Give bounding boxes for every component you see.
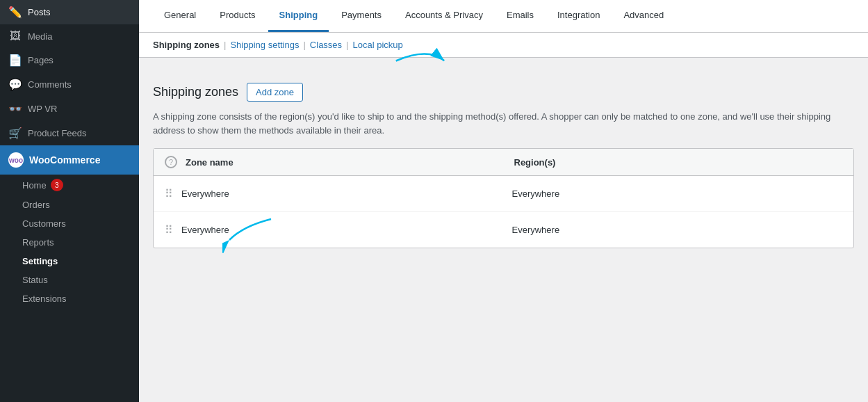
col-zone-header: Zone name	[186, 157, 514, 168]
table-row[interactable]: ⠿ Everywhere Everywhere	[154, 176, 853, 212]
sidebar-item-settings[interactable]: Settings	[0, 252, 139, 271]
content-area: Shipping zones Add zone A shipping zone …	[139, 69, 868, 262]
sidebar: ✏️ Posts 🖼 Media 📄 Pages 💬 Comments 👓 WP…	[0, 0, 139, 402]
tabs-bar: General Products Shipping Payments Accou…	[139, 0, 868, 33]
posts-icon: ✏️	[8, 6, 22, 19]
zones-table: ? Zone name Region(s) ⠿ Everywhere Every…	[153, 148, 854, 248]
pages-icon: 📄	[8, 54, 22, 67]
help-icon[interactable]: ?	[165, 156, 177, 168]
sidebar-item-product-feeds[interactable]: 🛒 Product Feeds	[0, 121, 139, 145]
tab-accounts-privacy[interactable]: Accounts & Privacy	[394, 0, 494, 32]
sidebar-item-home[interactable]: Home 3	[0, 175, 139, 195]
tab-payments[interactable]: Payments	[330, 0, 393, 32]
tab-advanced[interactable]: Advanced	[612, 0, 675, 32]
section-header: Shipping zones Add zone	[153, 83, 854, 102]
table-row[interactable]: ⠿ Everywhere Everywhere	[154, 212, 853, 248]
sub-nav-sep1: |	[224, 40, 226, 50]
sidebar-item-comments[interactable]: 💬 Comments	[0, 72, 139, 97]
table-header: ? Zone name Region(s)	[154, 149, 853, 176]
zone-name-2: Everywhere	[181, 225, 512, 235]
sub-nav-local-pickup[interactable]: Local pickup	[353, 40, 403, 50]
tab-general[interactable]: General	[153, 0, 207, 32]
sidebar-item-extensions[interactable]: Extensions	[0, 289, 139, 308]
drag-handle-icon[interactable]: ⠿	[165, 223, 173, 236]
main-content: General Products Shipping Payments Accou…	[139, 0, 868, 262]
sidebar-item-orders[interactable]: Orders	[0, 195, 139, 214]
col-region-header: Region(s)	[514, 157, 843, 168]
comments-icon: 💬	[8, 78, 22, 91]
tab-products[interactable]: Products	[208, 0, 266, 32]
home-badge: 3	[51, 179, 63, 191]
tab-integration[interactable]: Integration	[546, 0, 611, 32]
sidebar-item-media[interactable]: 🖼 Media	[0, 24, 139, 48]
sidebar-item-pages[interactable]: 📄 Pages	[0, 48, 139, 72]
sidebar-item-status[interactable]: Status	[0, 271, 139, 289]
sub-nav: Shipping zones | Shipping settings | Cla…	[139, 33, 868, 58]
woocommerce-header[interactable]: woo WooCommerce	[0, 145, 139, 175]
section-title: Shipping zones	[153, 85, 238, 99]
main-wrapper: General Products Shipping Payments Accou…	[139, 0, 868, 402]
zone-region-1: Everywhere	[512, 188, 843, 199]
sub-nav-sep2: |	[303, 40, 305, 50]
product-feeds-icon: 🛒	[8, 127, 22, 140]
add-zone-button[interactable]: Add zone	[247, 83, 303, 102]
sub-nav-active: Shipping zones	[153, 40, 220, 50]
sidebar-item-customers[interactable]: Customers	[0, 214, 139, 233]
media-icon: 🖼	[8, 30, 22, 42]
zone-region-2: Everywhere	[512, 225, 843, 235]
sidebar-item-posts[interactable]: ✏️ Posts	[0, 0, 139, 24]
sub-nav-shipping-settings[interactable]: Shipping settings	[230, 40, 299, 50]
sidebar-item-wp-vr[interactable]: 👓 WP VR	[0, 97, 139, 121]
woo-logo: woo	[8, 152, 24, 168]
tab-emails[interactable]: Emails	[496, 0, 545, 32]
drag-handle-icon[interactable]: ⠿	[165, 187, 173, 200]
zone-name-1: Everywhere	[181, 188, 512, 199]
sub-nav-classes[interactable]: Classes	[310, 40, 342, 50]
description-text: A shipping zone consists of the region(s…	[153, 110, 854, 137]
tab-shipping[interactable]: Shipping	[268, 0, 329, 32]
sidebar-item-reports[interactable]: Reports	[0, 233, 139, 252]
sub-nav-sep3: |	[346, 40, 348, 50]
wp-vr-icon: 👓	[8, 102, 22, 115]
